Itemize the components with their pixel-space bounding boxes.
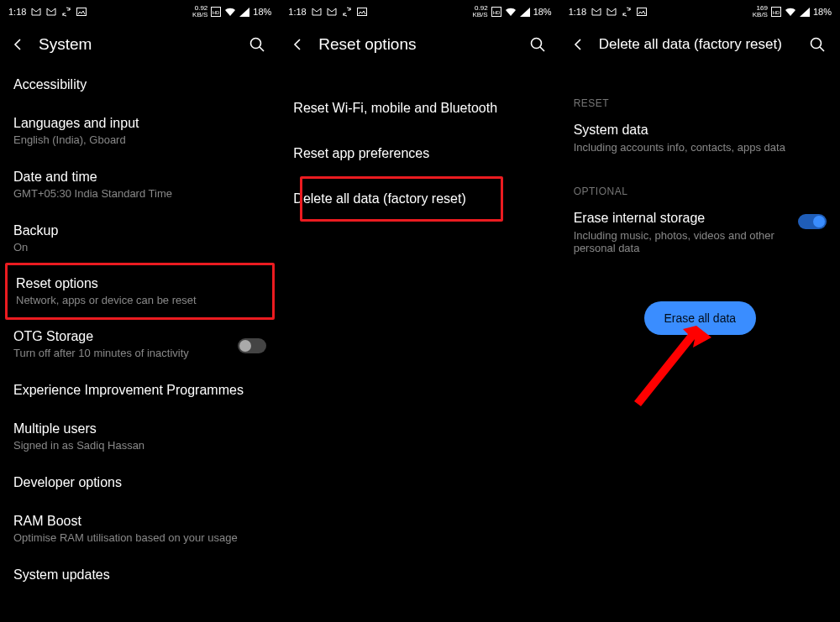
header: Reset options bbox=[280, 24, 559, 65]
row-erase-internal-storage[interactable]: Erase internal storage Including music, … bbox=[574, 206, 827, 268]
gmail-icon bbox=[46, 8, 56, 16]
row-reset-wifi[interactable]: Reset Wi-Fi, mobile and Bluetooth bbox=[293, 86, 546, 131]
row-experience-improvement[interactable]: Experience Improvement Programmes bbox=[13, 371, 266, 410]
wifi-icon bbox=[505, 8, 517, 17]
status-bar: 1:18 0.92KB/S HD 18% bbox=[280, 0, 559, 24]
status-time: 1:18 bbox=[569, 7, 586, 17]
status-time: 1:18 bbox=[288, 7, 306, 17]
header: System bbox=[0, 24, 280, 65]
svg-text:HD: HD bbox=[773, 10, 780, 15]
svg-text:HD: HD bbox=[492, 10, 500, 15]
net-rate: 169KB/S bbox=[753, 5, 768, 18]
back-icon[interactable] bbox=[570, 36, 587, 53]
sync-icon bbox=[342, 7, 352, 17]
gmail-icon bbox=[31, 8, 41, 16]
signal-icon bbox=[520, 8, 530, 17]
panel-reset-options: 1:18 0.92KB/S HD 18% Reset options Reset… bbox=[280, 0, 559, 622]
svg-marker-12 bbox=[634, 326, 711, 406]
signal-icon bbox=[239, 8, 249, 17]
otg-toggle[interactable] bbox=[238, 338, 266, 353]
row-languages[interactable]: Languages and inputEnglish (India), Gboa… bbox=[13, 104, 266, 158]
volte-icon: HD bbox=[771, 7, 781, 17]
sync-icon bbox=[61, 7, 71, 17]
row-ram-boost[interactable]: RAM BoostOptimise RAM utilisation based … bbox=[13, 502, 266, 556]
status-bar: 1:18 0.92KB/S HD 1 bbox=[0, 0, 280, 24]
gmail-icon bbox=[327, 8, 337, 16]
battery-pct: 18% bbox=[533, 7, 552, 17]
svg-rect-4 bbox=[357, 8, 366, 16]
net-rate: 0.92KB/S bbox=[192, 5, 207, 18]
status-bar: 1:18 169KB/S HD 18% bbox=[560, 0, 840, 24]
section-reset-label: RESET bbox=[574, 84, 827, 118]
back-icon[interactable] bbox=[10, 36, 27, 53]
panel-factory-reset: 1:18 169KB/S HD 18% Delete all data (fac… bbox=[560, 0, 840, 622]
image-icon bbox=[357, 8, 367, 16]
header: Delete all data (factory reset) bbox=[560, 24, 840, 65]
svg-point-11 bbox=[811, 39, 821, 49]
search-icon[interactable] bbox=[528, 35, 547, 54]
row-system-data: System data Including accounts info, con… bbox=[574, 118, 827, 167]
page-title: System bbox=[39, 35, 236, 54]
image-icon bbox=[76, 8, 87, 16]
row-accessibility[interactable]: Accessibility bbox=[13, 65, 266, 104]
volte-icon: HD bbox=[491, 7, 501, 17]
row-reset-app-prefs[interactable]: Reset app preferences bbox=[293, 131, 546, 176]
back-icon[interactable] bbox=[290, 36, 307, 53]
svg-rect-0 bbox=[77, 8, 87, 16]
page-title: Delete all data (factory reset) bbox=[599, 36, 796, 53]
image-icon bbox=[637, 8, 647, 16]
battery-pct: 18% bbox=[813, 7, 832, 17]
gmail-icon bbox=[606, 8, 617, 16]
volte-icon: HD bbox=[211, 7, 221, 17]
signal-icon bbox=[800, 8, 810, 17]
battery-pct: 18% bbox=[253, 7, 271, 17]
row-system-updates[interactable]: System updates bbox=[13, 556, 266, 594]
row-multiple-users[interactable]: Multiple usersSigned in as Sadiq Hassan bbox=[13, 410, 266, 463]
erase-all-data-button[interactable]: Erase all data bbox=[644, 301, 757, 335]
search-icon[interactable] bbox=[248, 35, 266, 54]
gmail-icon bbox=[312, 8, 322, 16]
status-time: 1:18 bbox=[8, 7, 26, 17]
search-icon[interactable] bbox=[808, 35, 827, 54]
svg-point-7 bbox=[531, 39, 541, 49]
row-otg-storage[interactable]: OTG StorageTurn off after 10 minutes of … bbox=[13, 317, 266, 371]
row-developer-options[interactable]: Developer options bbox=[13, 463, 266, 502]
gmail-icon bbox=[591, 8, 601, 16]
row-date-time[interactable]: Date and timeGMT+05:30 India Standard Ti… bbox=[13, 158, 266, 212]
svg-rect-8 bbox=[638, 8, 647, 16]
sync-icon bbox=[622, 7, 632, 17]
wifi-icon bbox=[224, 8, 236, 17]
panel-system: 1:18 0.92KB/S HD 1 bbox=[0, 0, 280, 622]
net-rate: 0.92KB/S bbox=[472, 5, 487, 18]
row-reset-options[interactable]: Reset optionsNetwork, apps or device can… bbox=[5, 263, 275, 320]
section-optional-label: OPTIONAL bbox=[574, 167, 827, 206]
page-title: Reset options bbox=[318, 35, 516, 54]
annotation-arrow bbox=[633, 326, 711, 413]
wifi-icon bbox=[785, 8, 796, 17]
svg-text:HD: HD bbox=[213, 10, 220, 15]
row-backup[interactable]: BackupOn bbox=[13, 212, 266, 265]
erase-storage-toggle[interactable] bbox=[798, 214, 827, 229]
svg-point-3 bbox=[251, 39, 261, 49]
row-delete-all-data[interactable]: Delete all data (factory reset) bbox=[293, 176, 546, 222]
